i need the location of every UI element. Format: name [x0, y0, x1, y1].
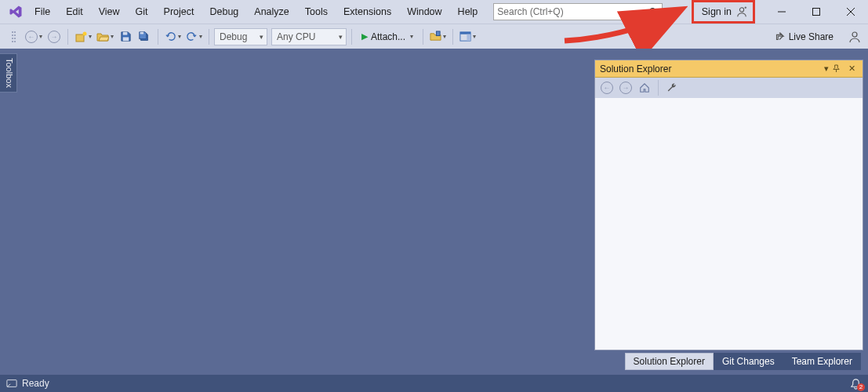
separator	[67, 29, 68, 45]
minimize-button[interactable]	[764, 0, 799, 24]
status-bar: Ready 2	[0, 375, 868, 392]
svg-rect-6	[813, 9, 820, 16]
platform-combo[interactable]: Any CPU	[271, 28, 347, 45]
se-home-button[interactable]	[636, 78, 653, 97]
notifications-button[interactable]: 2	[850, 378, 862, 390]
work-area: Toolbox Solution Explorer ▾ ✕ ← → Soluti…	[0, 49, 868, 375]
toolbox-tab[interactable]: Toolbox	[0, 53, 17, 93]
solution-explorer-titlebar[interactable]: Solution Explorer ▾ ✕	[595, 60, 863, 78]
svg-point-16	[14, 41, 16, 42]
menu-help[interactable]: Help	[450, 2, 486, 22]
menu-items: File Edit View Git Project Debug Analyze…	[27, 2, 485, 22]
nav-forward-button[interactable]: →	[45, 27, 63, 46]
svg-point-13	[12, 38, 13, 39]
svg-point-9	[12, 31, 13, 33]
svg-point-0	[650, 8, 656, 13]
play-icon: ▶	[361, 31, 368, 42]
sign-in-button[interactable]: Sign in	[692, 0, 755, 24]
new-project-button[interactable]	[73, 27, 93, 46]
live-share-button[interactable]: Live Share	[768, 31, 840, 42]
platform-label: Any CPU	[277, 31, 315, 42]
search-placeholder: Search (Ctrl+Q)	[497, 6, 648, 17]
solution-explorer-panel: Solution Explorer ▾ ✕ ← →	[594, 60, 863, 350]
menu-git[interactable]: Git	[128, 2, 156, 22]
svg-point-11	[12, 34, 13, 36]
redo-button[interactable]	[184, 27, 204, 46]
window-layout-button[interactable]	[458, 27, 478, 46]
configuration-label: Debug	[220, 31, 247, 42]
solution-explorer-toolbar: ← →	[595, 78, 863, 98]
pin-icon[interactable]	[833, 64, 845, 73]
menu-debug[interactable]: Debug	[202, 2, 246, 22]
menu-view[interactable]: View	[91, 2, 128, 22]
separator	[209, 29, 209, 45]
se-forward-button[interactable]: →	[617, 78, 634, 97]
svg-rect-20	[122, 37, 129, 41]
status-ready: Ready	[22, 378, 49, 389]
save-button[interactable]	[117, 27, 134, 46]
svg-point-2	[739, 8, 743, 12]
visual-studio-logo-icon	[5, 5, 27, 19]
configuration-combo[interactable]: Debug	[214, 28, 267, 45]
tab-team-explorer[interactable]: Team Explorer	[783, 353, 861, 370]
separator	[351, 29, 352, 45]
menu-file[interactable]: File	[27, 2, 58, 22]
menu-tools[interactable]: Tools	[297, 2, 336, 22]
open-file-button[interactable]	[95, 27, 115, 46]
panel-tabs: Solution Explorer Git Changes Team Explo…	[625, 353, 861, 370]
undo-button[interactable]	[163, 27, 183, 46]
svg-rect-21	[140, 31, 143, 34]
svg-rect-25	[467, 34, 470, 41]
menu-window[interactable]: Window	[399, 2, 449, 22]
svg-rect-17	[76, 34, 84, 42]
maximize-button[interactable]	[799, 0, 833, 24]
solution-explorer-body	[595, 98, 863, 350]
toolbar: ← → Debug Any CPU ▶ Attach... Live Share	[0, 24, 868, 49]
window-position-icon[interactable]: ▾	[820, 64, 833, 74]
solution-explorer-title: Solution Explorer	[600, 64, 820, 74]
tab-solution-explorer[interactable]: Solution Explorer	[625, 353, 714, 370]
search-input[interactable]: Search (Ctrl+Q)	[493, 3, 663, 20]
start-debug-button[interactable]: ▶ Attach...	[357, 27, 418, 46]
share-icon	[774, 31, 785, 42]
window-controls	[764, 0, 868, 24]
svg-point-26	[852, 32, 857, 37]
svg-rect-22	[436, 31, 440, 36]
menu-analyze[interactable]: Analyze	[246, 2, 296, 22]
separator	[658, 80, 659, 96]
menu-extensions[interactable]: Extensions	[336, 2, 399, 22]
close-button[interactable]	[833, 0, 868, 24]
se-properties-button[interactable]	[663, 78, 681, 97]
svg-point-18	[83, 31, 87, 35]
menu-bar: File Edit View Git Project Debug Analyze…	[0, 0, 868, 24]
output-icon[interactable]	[6, 378, 17, 389]
feedback-button[interactable]	[846, 27, 863, 46]
separator	[423, 29, 423, 45]
sign-in-label: Sign in	[702, 6, 732, 17]
live-share-label: Live Share	[789, 31, 833, 42]
svg-rect-24	[460, 32, 470, 34]
svg-rect-19	[122, 32, 127, 35]
separator	[452, 29, 453, 45]
svg-point-12	[14, 34, 16, 36]
menu-edit[interactable]: Edit	[58, 2, 91, 22]
svg-point-15	[12, 41, 13, 42]
menu-project[interactable]: Project	[156, 2, 202, 22]
svg-point-10	[14, 31, 16, 33]
close-panel-icon[interactable]: ✕	[845, 64, 858, 74]
save-all-button[interactable]	[136, 27, 153, 46]
notifications-count: 2	[857, 383, 865, 391]
svg-line-1	[655, 13, 657, 16]
drag-handle-icon[interactable]	[5, 27, 22, 46]
svg-point-14	[14, 38, 16, 39]
nav-back-button[interactable]: ←	[24, 27, 44, 46]
se-back-button[interactable]: ←	[598, 78, 616, 97]
start-label: Attach...	[371, 31, 405, 42]
publish-selection-button[interactable]	[428, 27, 448, 46]
user-icon	[736, 6, 747, 17]
separator	[158, 29, 158, 45]
tab-git-changes[interactable]: Git Changes	[714, 353, 783, 370]
search-icon	[648, 7, 659, 17]
